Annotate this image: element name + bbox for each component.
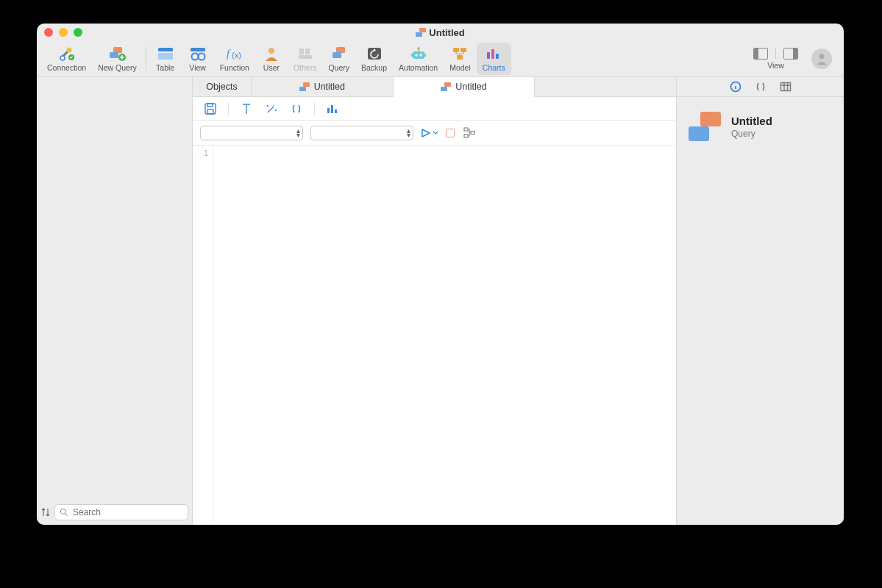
- user-button[interactable]: User: [255, 43, 288, 75]
- svg-rect-44: [780, 83, 790, 91]
- svg-rect-41: [464, 135, 468, 137]
- toggle-left-panel-button[interactable]: [753, 48, 768, 60]
- others-button[interactable]: Others: [288, 43, 323, 75]
- svg-rect-20: [413, 51, 424, 59]
- search-field[interactable]: [54, 504, 188, 520]
- database-select[interactable]: ▴▾: [310, 126, 413, 140]
- svg-rect-15: [305, 49, 310, 54]
- tab-untitled-1[interactable]: Untitled: [252, 77, 394, 96]
- zoom-window-button[interactable]: [74, 28, 82, 37]
- object-type: Query: [731, 129, 772, 139]
- function-button[interactable]: f(x) Function: [214, 43, 255, 75]
- backup-label: Backup: [361, 63, 387, 72]
- others-icon: [295, 46, 316, 62]
- svg-rect-42: [471, 131, 474, 134]
- code-textarea[interactable]: [213, 146, 676, 525]
- separator: [228, 102, 229, 115]
- object-info-panel: Untitled Query: [677, 97, 844, 156]
- svg-rect-14: [299, 49, 304, 54]
- tab-objects[interactable]: Objects: [193, 77, 252, 96]
- query-toolbar-icon: [329, 46, 349, 62]
- model-icon: [449, 46, 470, 62]
- svg-rect-30: [491, 49, 494, 59]
- svg-rect-28: [457, 55, 463, 60]
- ddl-tab[interactable]: [754, 80, 767, 93]
- save-button[interactable]: [203, 101, 218, 116]
- others-label: Others: [294, 63, 317, 72]
- charts-button[interactable]: Charts: [477, 43, 511, 75]
- table-label: Table: [156, 63, 174, 72]
- format-button[interactable]: [239, 101, 254, 116]
- query-button[interactable]: Query: [322, 43, 355, 75]
- app-window: Untitled Connection New Query Table: [37, 24, 844, 525]
- view-group-label: View: [767, 61, 784, 70]
- run-button[interactable]: [421, 128, 438, 138]
- close-window-button[interactable]: [44, 28, 53, 37]
- view-button[interactable]: View: [182, 43, 214, 75]
- beautify-button[interactable]: [264, 101, 279, 116]
- function-icon: f(x): [224, 46, 245, 62]
- new-query-label: New Query: [98, 63, 137, 72]
- connection-button[interactable]: Connection: [41, 43, 92, 75]
- connection-tree[interactable]: [37, 77, 192, 500]
- account-avatar[interactable]: [811, 49, 832, 69]
- connection-icon: [57, 46, 77, 62]
- backup-button[interactable]: Backup: [355, 43, 393, 75]
- editor-toolbar: [193, 97, 676, 121]
- view-panels-group: View: [747, 48, 804, 70]
- query-editor: ▴▾ ▴▾ 1: [193, 97, 676, 525]
- line-gutter: 1: [193, 146, 213, 525]
- view-separator: [775, 49, 776, 59]
- svg-rect-37: [327, 108, 330, 113]
- svg-rect-35: [207, 104, 213, 107]
- toggle-right-panel-button[interactable]: [783, 48, 798, 60]
- svg-point-33: [61, 509, 66, 514]
- svg-point-13: [268, 48, 274, 54]
- svg-rect-27: [460, 48, 466, 52]
- svg-point-21: [415, 54, 417, 56]
- search-input[interactable]: [73, 507, 183, 517]
- left-sidebar: [37, 77, 193, 525]
- editor-body: 1: [193, 146, 676, 525]
- svg-rect-34: [205, 104, 216, 114]
- window-title-text: Untitled: [429, 27, 464, 38]
- svg-rect-25: [424, 54, 426, 57]
- svg-text:f: f: [227, 49, 231, 60]
- tab-objects-label: Objects: [206, 82, 237, 92]
- svg-rect-38: [331, 105, 333, 113]
- code-completion-button[interactable]: [289, 101, 304, 116]
- svg-rect-29: [487, 52, 490, 59]
- center-area: Objects Untitled Untitled: [193, 77, 676, 525]
- svg-rect-18: [332, 52, 341, 58]
- stop-button[interactable]: [446, 129, 455, 137]
- svg-point-10: [198, 54, 205, 60]
- svg-rect-7: [158, 53, 173, 60]
- explain-button[interactable]: [462, 126, 477, 140]
- table-icon: [155, 46, 176, 62]
- info-tab[interactable]: [729, 80, 742, 93]
- model-button[interactable]: Model: [444, 43, 477, 75]
- query-icon: [416, 28, 426, 37]
- sidebar-bottom-bar: [37, 500, 192, 525]
- table-button[interactable]: Table: [149, 43, 182, 75]
- automation-button[interactable]: Automation: [393, 43, 444, 75]
- function-label: Function: [220, 63, 249, 72]
- model-label: Model: [449, 63, 471, 72]
- query-icon: [299, 82, 310, 91]
- sort-button[interactable]: [41, 507, 50, 517]
- query-large-icon: [689, 112, 721, 141]
- svg-rect-8: [191, 48, 205, 51]
- window-title: Untitled: [37, 27, 844, 38]
- visualize-button[interactable]: [325, 101, 340, 116]
- svg-point-1: [60, 56, 65, 60]
- connection-select[interactable]: ▴▾: [200, 126, 303, 140]
- preview-tab[interactable]: [779, 80, 792, 93]
- svg-rect-6: [158, 48, 173, 51]
- svg-rect-3: [113, 47, 122, 53]
- new-query-button[interactable]: New Query: [92, 43, 143, 75]
- tab-untitled-2[interactable]: Untitled: [394, 77, 536, 97]
- minimize-window-button[interactable]: [59, 28, 68, 37]
- svg-rect-16: [299, 55, 312, 59]
- user-icon: [261, 46, 282, 62]
- svg-point-32: [819, 54, 825, 59]
